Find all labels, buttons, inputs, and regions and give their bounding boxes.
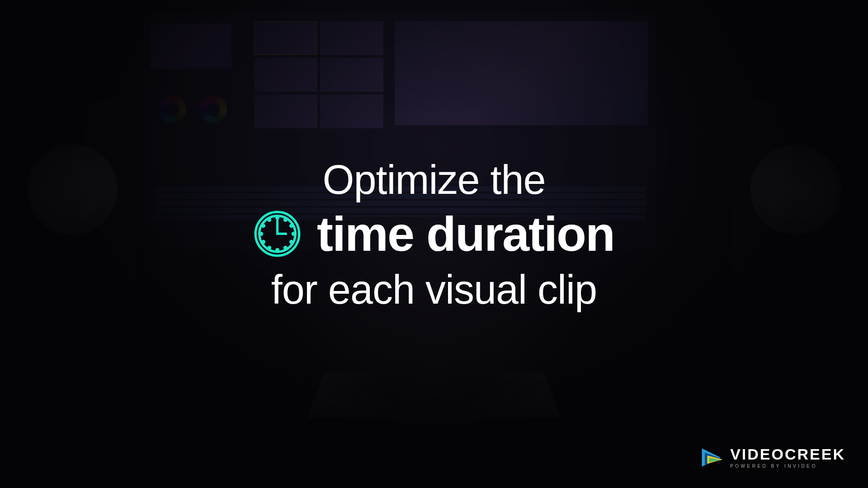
svg-point-14: [263, 225, 264, 227]
logo: VIDEOCREEK POWERED BY INVIDEO: [700, 445, 845, 470]
svg-point-15: [269, 219, 270, 221]
clock-icon: [254, 210, 301, 258]
headline: Optimize the: [254, 157, 614, 313]
svg-point-13: [260, 233, 262, 235]
logo-tagline: POWERED BY INVIDEO: [730, 464, 845, 469]
svg-point-7: [292, 233, 294, 235]
svg-point-5: [284, 219, 286, 221]
svg-point-8: [291, 241, 292, 243]
headline-line3: for each visual clip: [254, 267, 614, 313]
logo-brand-text: VIDEOCREEK: [730, 446, 845, 462]
svg-point-11: [269, 247, 270, 249]
svg-point-6: [291, 225, 292, 227]
svg-point-9: [284, 247, 286, 249]
svg-point-12: [263, 241, 264, 243]
headline-line1: Optimize the: [254, 157, 614, 203]
content-area: Optimize the: [0, 0, 868, 488]
svg-point-4: [277, 217, 278, 219]
logo-icon: [700, 445, 725, 470]
svg-point-10: [277, 249, 278, 251]
headline-line2-bold: time duration: [317, 206, 614, 262]
